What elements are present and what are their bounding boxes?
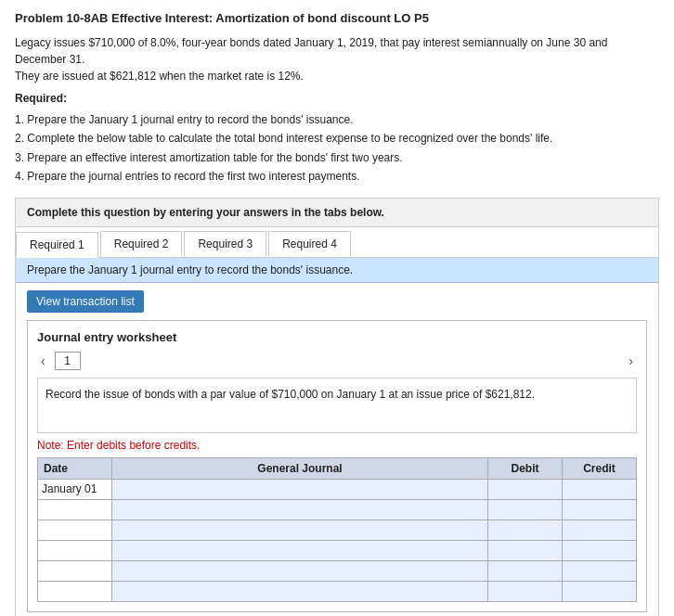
row5-credit[interactable] bbox=[563, 560, 637, 581]
row6-debit-input[interactable] bbox=[492, 584, 558, 597]
table-row: January 01 bbox=[38, 479, 637, 499]
row2-date bbox=[38, 499, 112, 520]
row6-gj-input[interactable] bbox=[116, 584, 484, 597]
problem-title: Problem 10-8AB Effective Interest: Amort… bbox=[15, 11, 659, 25]
col-date: Date bbox=[38, 457, 112, 479]
row2-credit[interactable] bbox=[563, 499, 637, 520]
row5-debit-input[interactable] bbox=[492, 564, 558, 577]
row3-credit-input[interactable] bbox=[566, 523, 632, 536]
row5-gj[interactable] bbox=[112, 560, 488, 581]
row1-gj-input[interactable] bbox=[116, 482, 484, 495]
journal-worksheet: Journal entry worksheet ‹ 1 › Record the… bbox=[27, 320, 647, 612]
row2-debit-input[interactable] bbox=[492, 503, 558, 516]
row4-debit-input[interactable] bbox=[492, 544, 558, 557]
entry-number: 1 bbox=[55, 352, 81, 370]
required-label: Required: bbox=[15, 92, 659, 105]
next-entry-arrow[interactable]: › bbox=[625, 352, 637, 370]
tabs-row: Required 1 Required 2 Required 3 Require… bbox=[16, 227, 658, 258]
col-general-journal: General Journal bbox=[112, 457, 488, 479]
row2-gj[interactable] bbox=[112, 499, 488, 520]
complete-box: Complete this question by entering your … bbox=[15, 198, 659, 227]
row4-date bbox=[38, 540, 112, 560]
table-row bbox=[38, 520, 637, 540]
row3-credit[interactable] bbox=[563, 520, 637, 540]
col-credit: Credit bbox=[563, 457, 637, 479]
journal-title: Journal entry worksheet bbox=[37, 330, 637, 344]
tabs-container: Required 1 Required 2 Required 3 Require… bbox=[15, 227, 659, 616]
nav-left: ‹ 1 bbox=[37, 352, 81, 370]
row6-credit-input[interactable] bbox=[566, 584, 632, 597]
row3-debit[interactable] bbox=[488, 520, 563, 540]
row6-date bbox=[38, 581, 112, 601]
row3-gj-input[interactable] bbox=[116, 523, 484, 536]
tab-instruction: Prepare the January 1 journal entry to r… bbox=[16, 258, 658, 283]
row1-credit-input[interactable] bbox=[566, 482, 632, 495]
row6-gj[interactable] bbox=[112, 581, 488, 601]
row4-gj[interactable] bbox=[112, 540, 488, 560]
tab-required-2[interactable]: Required 2 bbox=[100, 231, 183, 257]
row3-gj[interactable] bbox=[112, 520, 488, 540]
nav-row: ‹ 1 › bbox=[37, 352, 637, 370]
view-transaction-button[interactable]: View transaction list bbox=[27, 290, 144, 313]
row6-debit[interactable] bbox=[488, 581, 563, 601]
table-row bbox=[38, 540, 637, 560]
row5-debit[interactable] bbox=[488, 560, 563, 581]
row3-date bbox=[38, 520, 112, 540]
row1-debit-input[interactable] bbox=[492, 482, 558, 495]
row1-debit[interactable] bbox=[488, 479, 563, 499]
row1-gj[interactable] bbox=[112, 479, 488, 499]
tab-required-3[interactable]: Required 3 bbox=[184, 231, 266, 257]
journal-table: Date General Journal Debit Credit Januar… bbox=[37, 457, 637, 602]
row5-gj-input[interactable] bbox=[116, 564, 484, 577]
row4-debit[interactable] bbox=[488, 540, 563, 560]
note-text: Note: Enter debits before credits. bbox=[37, 439, 637, 452]
row2-gj-input[interactable] bbox=[116, 503, 484, 516]
col-debit: Debit bbox=[488, 457, 563, 479]
table-row bbox=[38, 499, 637, 520]
row4-gj-input[interactable] bbox=[116, 544, 484, 557]
row2-debit[interactable] bbox=[488, 499, 563, 520]
row2-credit-input[interactable] bbox=[566, 503, 632, 516]
row6-credit[interactable] bbox=[563, 581, 637, 601]
row4-credit-input[interactable] bbox=[566, 544, 632, 557]
row5-credit-input[interactable] bbox=[566, 564, 632, 577]
problem-description: Legacy issues $710,000 of 8.0%, four-yea… bbox=[15, 34, 659, 84]
row1-credit[interactable] bbox=[563, 479, 637, 499]
row3-debit-input[interactable] bbox=[492, 523, 558, 536]
row4-credit[interactable] bbox=[563, 540, 637, 560]
requirements-list: 1. Prepare the January 1 journal entry t… bbox=[15, 110, 659, 186]
table-row bbox=[38, 560, 637, 581]
tab-required-1[interactable]: Required 1 bbox=[16, 232, 98, 258]
row5-date bbox=[38, 560, 112, 581]
entry-description: Record the issue of bonds with a par val… bbox=[37, 378, 637, 433]
row1-date: January 01 bbox=[38, 479, 112, 499]
prev-entry-arrow[interactable]: ‹ bbox=[37, 352, 49, 370]
table-row bbox=[38, 581, 637, 601]
tab-required-4[interactable]: Required 4 bbox=[268, 231, 351, 257]
